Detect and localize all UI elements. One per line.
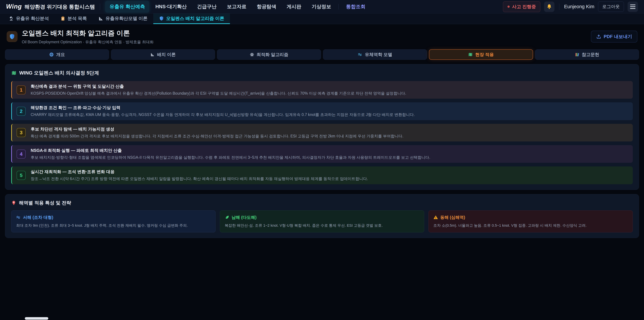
step-number-badge: 1: [16, 85, 26, 95]
step-number-badge: 4: [16, 150, 26, 159]
step-description: CHARRY 채리모델 조류예측값, KMA UM 풍속·풍향, 수심격자, N…: [31, 112, 415, 117]
top-bar-right: 사고 진행중 Eunjeong Kim 로그아웃: [503, 1, 638, 12]
clipboard-icon: [60, 16, 66, 21]
region-card-south-sea: 남해 (다도해) 복잡한 해안선·섬. 조류 1~2 knot. V형·U형 복…: [220, 210, 424, 232]
menu-button[interactable]: [628, 2, 638, 12]
section-tab-label: 최적화 알고리즘: [256, 52, 288, 58]
region-card-title: 동해 (심해역): [440, 215, 465, 220]
region-strategy-panel: 해역별 적용 특성 및 전략 서해 (조차 대형) 최대 조차 9m (인천).…: [5, 194, 639, 238]
main-nav: 유출유 확산예측 HNS·대기확산 긴급구난 보고자료 항공탐색 게시판 기상정…: [105, 1, 503, 13]
decision-step-5: 5 실시간 재최적화 — 조석 변환·조류 변화 대응 창조→낙조 전환 시(약…: [11, 166, 633, 184]
step-title: NSGA-II 최적화 실행 — 파레토 최적 배치안 산출: [31, 148, 430, 153]
map-icon: [11, 70, 16, 76]
decision-step-4: 4 NSGA-II 최적화 실행 — 파레토 최적 배치안 산출 후보 배치지점…: [11, 145, 633, 163]
page-title: 오일펜스 배치 최적화 알고리즘 이론: [22, 29, 154, 38]
hamburger-menu-icon: [630, 5, 636, 9]
step-title: 후보 차단선 격자 탐색 — 배치 가능지점 생성: [31, 126, 403, 132]
section-tab-label: 유체역학 모델: [365, 52, 392, 58]
section-tab-label: 현장 적용: [475, 52, 494, 58]
section-tab-references[interactable]: 참고문헌: [535, 49, 639, 60]
nav-item-hns-atmospheric[interactable]: HNS·대기확산: [151, 1, 191, 13]
region-card-description: 복잡한 해안선·섬. 조류 1~2 knot. V형·U형 복합 배치. 좁은 …: [225, 223, 419, 228]
decision-step-3: 3 후보 차단선 격자 탐색 — 배치 가능지점 생성 확산 예측 경계를 따라…: [11, 124, 633, 141]
step-description: 창조→낙조 전환 시(약 6시간 주기) 조류 방향 역전에 따른 오일펜스 재…: [31, 176, 368, 182]
pin-icon: [11, 200, 16, 205]
step-title: 실시간 재최적화 — 조석 변환·조류 변화 대응: [31, 169, 368, 175]
nav-item-aerial-search[interactable]: 항공탐색: [252, 1, 280, 13]
app-logo: Wing 해양환경 위기대응 통합시스템: [6, 3, 95, 11]
tab-label: 오일펜스 배치 알고리즘 이론: [166, 16, 224, 22]
nav-item-reports[interactable]: 보고자료: [222, 1, 251, 13]
decision-steps-list: 1 확산예측 결과 분석 — 위험 구역 및 도달시간 산출 KOSPS·POS…: [11, 81, 633, 184]
pdf-export-button[interactable]: PDF 내보내기: [591, 31, 637, 43]
region-card-west-sea: 서해 (조차 대형) 최대 조차 9m (인천). 조류 최대 3~5 knot…: [11, 210, 216, 232]
section-tab-label: 개요: [56, 52, 65, 58]
incident-badge-label: 사고 진행중: [512, 4, 536, 10]
brand-wordmark: Wing: [6, 3, 22, 10]
wave-icon: [16, 215, 21, 220]
nav-item-emergency-rescue[interactable]: 긴급구난: [193, 1, 221, 13]
notifications-button[interactable]: [544, 2, 554, 12]
region-card-east-sea: 동해 (심해역) 조차 소(0.5m). 너울파고 높음. 조류 0.5~1 k…: [428, 210, 633, 232]
pdf-export-label: PDF 내보내기: [604, 34, 632, 40]
incident-status-badge: 사고 진행중: [503, 1, 540, 12]
step-number-badge: 2: [16, 107, 26, 116]
warning-icon: [433, 215, 438, 220]
logout-button[interactable]: 로그아웃: [598, 2, 624, 12]
section-tab-optimization-algorithm[interactable]: 최적화 알고리즘: [217, 49, 321, 60]
nav-item-integrated-search[interactable]: 통합조회: [342, 1, 370, 13]
step-description: KOSPS·POSEIDON·OpenDrift 앙상블 예측 결과에서 유출유…: [31, 91, 406, 96]
step-title: 해양환경 조건 확인 — 조류·파고·수심·기상 입력: [31, 105, 415, 110]
decision-step-1: 1 확산예측 결과 분석 — 위험 구역 및 도달시간 산출 KOSPS·POS…: [11, 81, 633, 99]
tab-label: 유출유 확산분석: [16, 16, 49, 22]
tab-label: 유출유확산모델 이론: [106, 16, 148, 22]
top-bar: Wing 해양환경 위기대응 통합시스템 유출유 확산예측 HNS·대기확산 긴…: [0, 0, 644, 14]
section-tab-field-application[interactable]: 현장 적용: [429, 49, 533, 60]
step-number-badge: 3: [16, 128, 26, 137]
decision-steps-panel: WING 오일펜스 배치 의사결정 5단계 1 확산예측 결과 분석 — 위험 …: [5, 64, 639, 190]
region-card-title: 남해 (다도해): [232, 215, 256, 220]
region-card-title: 서해 (조차 대형): [23, 215, 53, 220]
step-description: 확산 예측 경계를 따라 500m 간격 격자로 후보 배치지점을 생성합니다.…: [31, 133, 403, 139]
nav-item-board[interactable]: 게시판: [282, 1, 306, 13]
section-tab-hydrodynamic-model[interactable]: 유체역학 모델: [323, 49, 427, 60]
region-card-description: 최대 조차 9m (인천). 조류 최대 3~5 knot. J형 배치 주력.…: [16, 223, 211, 228]
step-title: 확산예측 결과 분석 — 위험 구역 및 도달시간 산출: [31, 84, 406, 89]
globe-icon: [49, 52, 54, 57]
status-dot-icon: [508, 6, 510, 8]
shield-icon: [159, 16, 164, 21]
page-subtitle: Oil Boom Deployment Optimization · 유출유 확…: [22, 40, 154, 45]
region-card-description: 조차 소(0.5m). 너울파고 높음. 조류 0.5~1 knot. V형 집…: [433, 223, 628, 228]
tab-analysis-list[interactable]: 분석 목록: [55, 14, 93, 24]
ruler-icon: [98, 16, 103, 21]
section-tab-label: 참고문헌: [582, 52, 599, 58]
page-header: 오일펜스 배치 최적화 알고리즘 이론 Oil Boom Deployment …: [0, 24, 644, 48]
section-tab-label: 배치 이론: [157, 52, 176, 58]
sub-tab-bar: 유출유 확산분석 분석 목록 유출유확산모델 이론 오일펜스 배치 알고리즘 이…: [0, 14, 644, 24]
nav-item-oil-spill-prediction[interactable]: 유출유 확산예측: [105, 1, 149, 13]
books-icon: [575, 52, 580, 57]
user-name: Eunjeong Kim: [564, 4, 594, 10]
shield-icon: [9, 33, 15, 40]
tab-diffusion-model-theory[interactable]: 유출유확산모델 이론: [92, 14, 153, 24]
app-title: 해양환경 위기대응 통합시스템: [24, 3, 95, 11]
step-number-badge: 5: [16, 171, 26, 180]
horizontal-scrollbar-thumb[interactable]: [25, 317, 48, 320]
microscope-icon: [9, 16, 14, 21]
section-tab-deployment-theory[interactable]: 배치 이론: [111, 49, 215, 60]
wave-icon: [358, 52, 362, 57]
leaf-icon: [225, 215, 230, 220]
ruler-icon: [150, 52, 155, 57]
tab-label: 분석 목록: [68, 16, 87, 22]
tab-boom-deployment-theory[interactable]: 오일펜스 배치 알고리즘 이론: [153, 14, 230, 24]
panel-title: 해역별 적용 특성 및 전략: [19, 200, 71, 206]
panel-title: WING 오일펜스 배치 의사결정 5단계: [19, 70, 99, 76]
bell-icon: [546, 4, 552, 10]
section-tabs: 개요 배치 이론 최적화 알고리즘 유체역학 모델 현장 적용 참고문헌: [5, 49, 639, 60]
decision-step-2: 2 해양환경 조건 확인 — 조류·파고·수심·기상 입력 CHARRY 채리모…: [11, 102, 633, 120]
nav-item-weather[interactable]: 기상정보: [307, 1, 336, 13]
export-icon: [596, 34, 601, 39]
section-tab-overview[interactable]: 개요: [5, 49, 109, 60]
tab-spill-analysis[interactable]: 유출유 확산분석: [3, 14, 55, 24]
map-icon: [468, 52, 473, 57]
